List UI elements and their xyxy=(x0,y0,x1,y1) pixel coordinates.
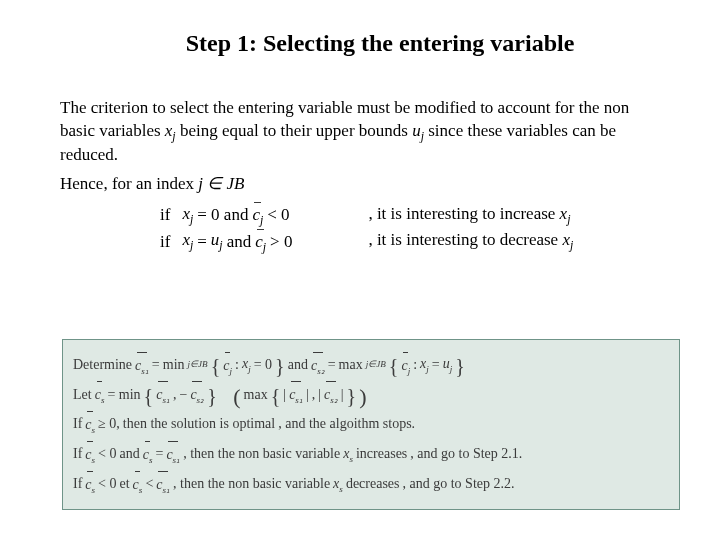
let-row: Let cs = min { cs₁ , −cs₂ } ( max { |cs₁… xyxy=(73,381,669,407)
cond-expr-1: xj = 0 and cj < 0 xyxy=(182,202,362,228)
index-set: j ∈ JB xyxy=(198,174,244,193)
paragraph-hence: Hence, for an index j ∈ JB xyxy=(60,173,660,196)
if-label: if xyxy=(160,232,170,252)
paragraph-criterion: The criterion to select the entering var… xyxy=(60,97,660,167)
page-title: Step 1: Selecting the entering variable xyxy=(60,30,660,57)
then-text-2: , it is interesting to decrease xj xyxy=(368,230,573,253)
condition-increase: if xj = 0 and cj < 0 , it is interesting… xyxy=(160,202,660,228)
var-uj: uj xyxy=(412,121,424,140)
text: being equal to their upper bounds xyxy=(176,121,413,140)
condition-decrease: if xj = uj and cj > 0 , it is interestin… xyxy=(160,229,660,255)
if-label: if xyxy=(160,205,170,225)
if-optimal-row: If cs ≥ 0, then the solution is optimal … xyxy=(73,411,669,437)
then-text-1: , it is interesting to increase xj xyxy=(368,204,570,227)
if-decrease-row: If cs < 0 et cs < cs₁ , then the non bas… xyxy=(73,471,669,497)
var-xj: xj xyxy=(165,121,176,140)
text: Hence, for an index xyxy=(60,174,198,193)
algorithm-box: Determine cs₁ = minj∈JB { cj : xj = 0 } … xyxy=(62,339,680,510)
if-increase-row: If cs < 0 and cs = cs₁ , then the non ba… xyxy=(73,441,669,467)
cond-expr-2: xj = uj and cj > 0 xyxy=(182,229,362,255)
determine-row: Determine cs₁ = minj∈JB { cj : xj = 0 } … xyxy=(73,352,669,378)
